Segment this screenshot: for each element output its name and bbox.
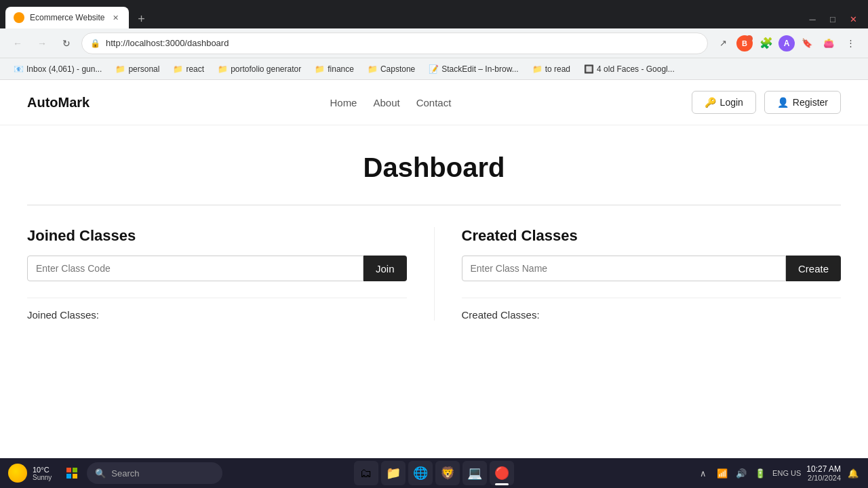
browser-tab[interactable]: Ecommerce Website ✕ [5, 7, 129, 28]
login-label: Login [720, 97, 743, 108]
taskbar-tray: ∧ 📶 🔊 🔋 ENG US 10:27 AM 2/10/2024 🔔 [696, 464, 860, 482]
tab-favicon [14, 12, 24, 23]
nav-home[interactable]: Home [330, 97, 357, 108]
link-icon: 🔲 [584, 64, 594, 74]
reload-button[interactable]: ↻ [57, 34, 76, 53]
bookmark-react[interactable]: 📁 react [167, 63, 210, 75]
taskbar-chrome-app[interactable]: 🔴 [490, 461, 514, 485]
taskbar-brave-app[interactable]: 🦁 [435, 461, 460, 485]
bookmark-finance[interactable]: 📁 finance [309, 63, 359, 75]
bookmark-label: 4 old Faces - Googl... [597, 64, 675, 74]
created-classes-label: Created Classes: [462, 309, 842, 321]
window-close-button[interactable]: ✕ [844, 12, 863, 26]
bookmark-inbox[interactable]: 📧 Inbox (4,061) - gun... [8, 63, 107, 75]
taskbar-edge-app[interactable]: 🌐 [408, 461, 433, 485]
folder-icon: 📧 [14, 64, 24, 74]
folder-icon: 📁 [368, 64, 378, 74]
folder-icon: 📁 [218, 64, 228, 74]
joined-classes-divider [27, 298, 407, 298]
taskbar: 10°C Sunny 🔍 Search 🗂 📁 🌐 [0, 458, 868, 488]
taskbar-apps: 🗂 📁 🌐 🦁 💻 🔴 [354, 461, 514, 485]
wallet-icon[interactable]: 👛 [819, 34, 838, 53]
page-title: Dashboard [27, 152, 841, 183]
bookmark-label: to read [545, 64, 570, 74]
taskbar-files-app[interactable]: 🗂 [354, 461, 378, 485]
security-icon: 🔒 [90, 39, 100, 48]
weather-description: Sunny [33, 474, 52, 481]
joined-classes-panel: Joined Classes Join Joined Classes: [27, 227, 434, 321]
tab-close-button[interactable]: ✕ [110, 12, 121, 23]
tray-chevron[interactable]: ∧ [696, 466, 710, 480]
language-indicator[interactable]: ENG US [772, 468, 801, 478]
address-bar[interactable]: 🔒 http://localhost:3000/dashboard [81, 33, 708, 54]
class-code-input[interactable] [27, 256, 363, 281]
clock-time: 10:27 AM [806, 464, 841, 474]
bookmark-portfolio[interactable]: 📁 portofolio generator [212, 63, 307, 75]
bookmark-stackedit[interactable]: 📝 StackEdit – In-brow... [423, 63, 524, 75]
weather-widget[interactable]: 10°C Sunny [8, 464, 52, 483]
url-text: http://localhost:3000/dashboard [106, 38, 699, 48]
browser-toolbar: ← → ↻ 🔒 http://localhost:3000/dashboard … [0, 28, 868, 58]
taskbar-vscode-app[interactable]: 💻 [462, 461, 487, 485]
created-classes-panel: Created Classes Create Created Classes: [434, 227, 842, 321]
panels-container: Joined Classes Join Joined Classes: Crea… [27, 227, 841, 321]
bookmark-label: Inbox (4,061) - gun... [26, 64, 102, 74]
system-clock[interactable]: 10:27 AM 2/10/2024 [806, 464, 841, 482]
nav-about[interactable]: About [373, 97, 399, 108]
register-icon: 👤 [777, 97, 789, 108]
create-button[interactable]: Create [786, 256, 841, 281]
app-content: AutoMark Home About Contact 🔑 Login 👤 Re… [0, 80, 868, 458]
start-button[interactable] [60, 461, 84, 485]
shield-badge [746, 35, 753, 42]
bookmark-icon[interactable]: 🔖 [797, 34, 816, 53]
register-label: Register [793, 97, 828, 108]
class-name-input[interactable] [462, 256, 786, 281]
bookmark-toread[interactable]: 📁 to read [527, 63, 576, 75]
windows-icon [66, 468, 77, 479]
bookmarks-bar: 📧 Inbox (4,061) - gun... 📁 personal 📁 re… [0, 58, 868, 80]
taskbar-search[interactable]: 🔍 Search [87, 462, 222, 484]
join-button[interactable]: Join [363, 256, 407, 281]
main-content: Dashboard Joined Classes Join Joined Cla… [0, 125, 868, 348]
bookmark-personal[interactable]: 📁 personal [110, 63, 165, 75]
joined-classes-heading: Joined Classes [27, 227, 407, 245]
tray-sound-icon[interactable]: 🔊 [734, 466, 748, 480]
extensions-icon[interactable]: 🧩 [757, 34, 776, 53]
nav-contact[interactable]: Contact [416, 97, 452, 108]
window-maximize-button[interactable]: □ [823, 12, 842, 26]
toolbar-icons: ↗ B 🧩 A 🔖 👛 ⋮ [713, 34, 860, 53]
brave-shield-icon[interactable]: B [735, 34, 754, 53]
create-class-row: Create [462, 256, 842, 281]
nav-links: Home About Contact [330, 97, 451, 108]
window-minimize-button[interactable]: ─ [803, 12, 822, 26]
search-icon: 🔍 [95, 468, 106, 479]
bookmark-label: finance [328, 64, 354, 74]
tray-notifications-icon[interactable]: 🔔 [846, 466, 860, 480]
bookmark-4oldfaces[interactable]: 🔲 4 old Faces - Googl... [578, 63, 680, 75]
new-tab-button[interactable]: + [132, 9, 151, 28]
brand-logo: AutoMark [27, 95, 90, 110]
tray-network-icon[interactable]: 📶 [715, 466, 729, 480]
taskbar-explorer-app[interactable]: 📁 [381, 461, 406, 485]
bookmark-label: portofolio generator [231, 64, 301, 74]
back-button[interactable]: ← [8, 34, 27, 53]
menu-icon[interactable]: ⋮ [841, 34, 860, 53]
tray-battery-icon[interactable]: 🔋 [753, 466, 767, 480]
created-classes-heading: Created Classes [462, 227, 842, 245]
weather-icon [8, 464, 27, 483]
clock-date: 2/10/2024 [806, 474, 841, 482]
folder-icon: 📁 [115, 64, 125, 74]
profile-icon[interactable]: A [778, 35, 795, 52]
folder-icon: 📁 [315, 64, 325, 74]
weather-temp: 10°C [33, 466, 52, 474]
folder-icon: 📁 [532, 64, 542, 74]
bookmark-capstone[interactable]: 📁 Capstone [362, 63, 420, 75]
bookmark-label: personal [128, 64, 159, 74]
forward-button[interactable]: → [33, 34, 52, 53]
share-icon[interactable]: ↗ [713, 34, 732, 53]
login-icon: 🔑 [705, 97, 716, 108]
tab-title: Ecommerce Website [30, 13, 104, 22]
login-button[interactable]: 🔑 Login [692, 91, 756, 114]
register-button[interactable]: 👤 Register [764, 91, 841, 114]
site-nav: AutoMark Home About Contact 🔑 Login 👤 Re… [0, 80, 868, 125]
